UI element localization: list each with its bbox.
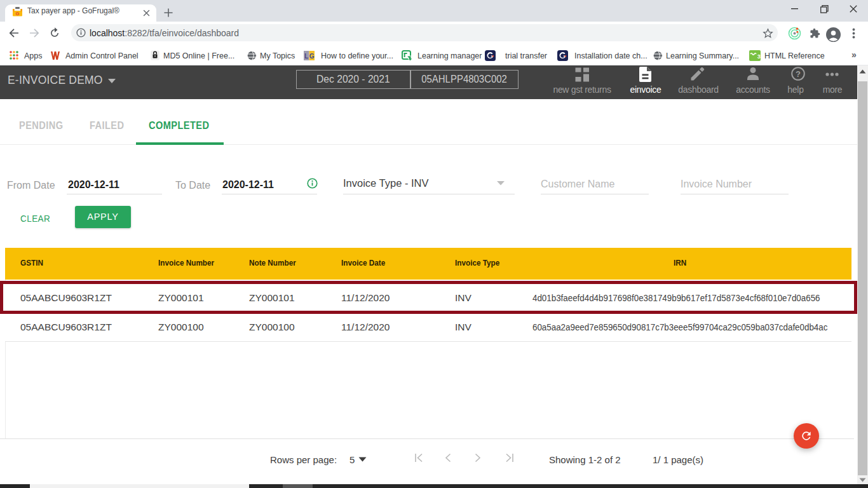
- svg-text:?: ?: [796, 69, 801, 79]
- svg-text:G: G: [309, 53, 315, 60]
- svg-text:3: 3: [757, 53, 761, 60]
- svg-text:G: G: [16, 11, 20, 17]
- svg-text:L: L: [304, 53, 308, 60]
